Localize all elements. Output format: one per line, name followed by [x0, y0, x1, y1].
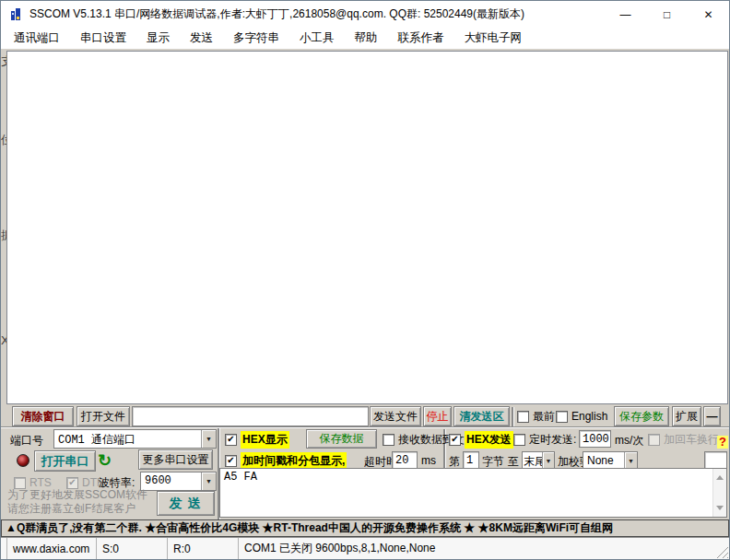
to-select[interactable]: 末尾 ▼: [522, 451, 555, 470]
receive-text-area[interactable]: [6, 51, 728, 404]
checkbox-icon[interactable]: [648, 434, 660, 446]
crlf-checkbox[interactable]: 加回车换行: [648, 430, 719, 449]
status-bar: www.daxia.com S:0 R:0 COM1 已关闭 9600bps,8…: [1, 537, 729, 559]
checkbox-icon[interactable]: [513, 434, 525, 446]
checksum-select-value: None: [583, 452, 624, 469]
port-select-value: COM1 通信端口: [54, 430, 201, 448]
timed-send-checkbox[interactable]: 定时发送:: [513, 430, 576, 449]
timeout-unit-label: ms: [421, 454, 436, 467]
port-status-led-icon: [17, 454, 29, 467]
timed-send-interval-input[interactable]: 1000: [579, 430, 611, 448]
crlf-label: 加回车换行: [664, 432, 719, 448]
title-bar: SSCOM V5.13.1 串口/网络数据调试器,作者:大虾丁丁,2618058…: [1, 1, 729, 28]
clear-window-button[interactable]: 清除窗口: [12, 406, 74, 426]
refresh-ports-icon[interactable]: ↻: [98, 452, 112, 469]
window-title: SSCOM V5.13.1 串口/网络数据调试器,作者:大虾丁丁,2618058…: [29, 6, 605, 22]
english-label: English: [571, 410, 607, 423]
ad-banner[interactable]: ▲Q群满员了,没有第二个群. ★合宙高性价比4G模块 ★RT-Thread中国人…: [1, 519, 729, 537]
promo-text: 为了更好地发展SSCOM软件 请您注册嘉立创F结尾客户: [7, 488, 157, 516]
chevron-down-icon[interactable]: ▼: [624, 452, 637, 469]
timed-send-unit-label: ms/次: [615, 433, 643, 449]
hex-display-checkbox[interactable]: ✔ HEX显示: [225, 430, 289, 449]
close-button[interactable]: ✕: [688, 1, 729, 28]
file-path-input[interactable]: [132, 406, 369, 426]
send-scrollbar[interactable]: [712, 469, 726, 517]
topmost-label: 最前: [533, 409, 555, 425]
checkbox-icon[interactable]: [383, 434, 394, 446]
sscom-window: SSCOM V5.13.1 串口/网络数据调试器,作者:大虾丁丁,2618058…: [0, 0, 730, 560]
checkbox-icon[interactable]: [14, 477, 26, 489]
menu-bar: 通讯端口 串口设置 显示 发送 多字符串 小工具 帮助 联系作者 大虾电子网: [1, 28, 729, 49]
stop-button[interactable]: 停止: [423, 406, 452, 426]
send-file-button[interactable]: 发送文件: [370, 406, 421, 426]
hex-send-checkbox[interactable]: ✔ HEX发送: [449, 430, 513, 449]
menu-tools[interactable]: 小工具: [289, 29, 345, 48]
extend-button[interactable]: 扩展: [672, 406, 701, 426]
hex-send-label: HEX发送: [465, 431, 513, 449]
menu-comm-port[interactable]: 通讯端口: [4, 29, 70, 48]
menu-help[interactable]: 帮助: [345, 29, 388, 48]
scroll-down-icon[interactable]: [716, 506, 724, 510]
promo-line1: 为了更好地发展SSCOM软件: [7, 488, 157, 502]
timestamp-label: 加时间戳和分包显示,: [241, 452, 347, 470]
menu-multi-string[interactable]: 多字符串: [223, 29, 289, 48]
more-serial-settings-button[interactable]: 更多串口设置: [138, 449, 213, 470]
help-icon[interactable]: ?: [717, 436, 728, 449]
chevron-down-icon[interactable]: ▼: [542, 452, 554, 469]
english-checkbox[interactable]: English: [556, 407, 607, 426]
checkbox-icon[interactable]: [556, 411, 568, 423]
resize-grip[interactable]: [715, 545, 728, 558]
timestamp-checkbox[interactable]: ✔ 加时间戳和分包显示,: [225, 451, 347, 470]
clear-send-area-button[interactable]: 清发送区: [453, 406, 510, 426]
topmost-checkbox[interactable]: 最前: [517, 407, 555, 426]
minimize-button[interactable]: —: [605, 1, 646, 28]
hex-display-label: HEX显示: [241, 431, 289, 449]
save-data-button[interactable]: 保存数据: [306, 429, 377, 449]
checkbox-icon[interactable]: ✔: [449, 434, 461, 446]
open-file-button[interactable]: 打开文件: [77, 406, 130, 426]
port-label: 端口号: [10, 433, 43, 449]
checkbox-icon[interactable]: [517, 411, 529, 423]
promo-line2: 请您注册嘉立创F结尾客户: [7, 502, 157, 516]
collapse-panel-button[interactable]: —: [703, 406, 721, 426]
menu-contact-author[interactable]: 联系作者: [388, 29, 454, 48]
save-params-button[interactable]: 保存参数: [614, 406, 669, 426]
send-text-value[interactable]: A5 FA: [220, 469, 726, 485]
chevron-down-icon[interactable]: ▼: [201, 430, 216, 448]
maximize-button[interactable]: □: [646, 1, 688, 28]
checksum-select[interactable]: None ▼: [583, 451, 638, 470]
status-website[interactable]: www.daxia.com: [6, 538, 97, 559]
status-port-state: COM1 已关闭 9600bps,8,1,None,None: [239, 538, 715, 559]
status-sent-count: S:0: [97, 538, 168, 559]
checkbox-icon[interactable]: ✔: [225, 455, 237, 467]
byte-from-input[interactable]: 1: [463, 451, 479, 469]
checksum-value-box[interactable]: [704, 451, 727, 470]
status-received-count: R:0: [168, 538, 239, 559]
port-select[interactable]: COM1 通信端口 ▼: [53, 429, 217, 449]
menu-daxia-site[interactable]: 大虾电子网: [454, 29, 533, 48]
send-button[interactable]: 发送: [157, 491, 215, 516]
scroll-up-icon[interactable]: [716, 475, 724, 480]
menu-serial-settings[interactable]: 串口设置: [70, 29, 136, 48]
toolbar-divider: [512, 407, 513, 426]
checkbox-icon[interactable]: ✔: [225, 434, 237, 446]
checkbox-icon[interactable]: ✔: [66, 477, 78, 489]
chevron-down-icon[interactable]: ▼: [201, 472, 216, 490]
timeout-input[interactable]: 20: [392, 451, 418, 469]
rts-label: RTS: [29, 476, 52, 489]
panel-separator: [1, 426, 729, 428]
timed-send-label: 定时发送:: [529, 432, 576, 448]
to-select-value: 末尾: [523, 452, 542, 469]
open-serial-button[interactable]: 打开串口: [34, 450, 96, 472]
main-content: 支 位 据 X 清除窗口 打开文件 发送文件 停止 清发送区 最前 Englis…: [1, 49, 729, 559]
menu-send[interactable]: 发送: [180, 29, 223, 48]
send-text-area[interactable]: A5 FA: [219, 468, 727, 518]
menu-display[interactable]: 显示: [136, 29, 180, 48]
app-icon: [9, 7, 24, 22]
